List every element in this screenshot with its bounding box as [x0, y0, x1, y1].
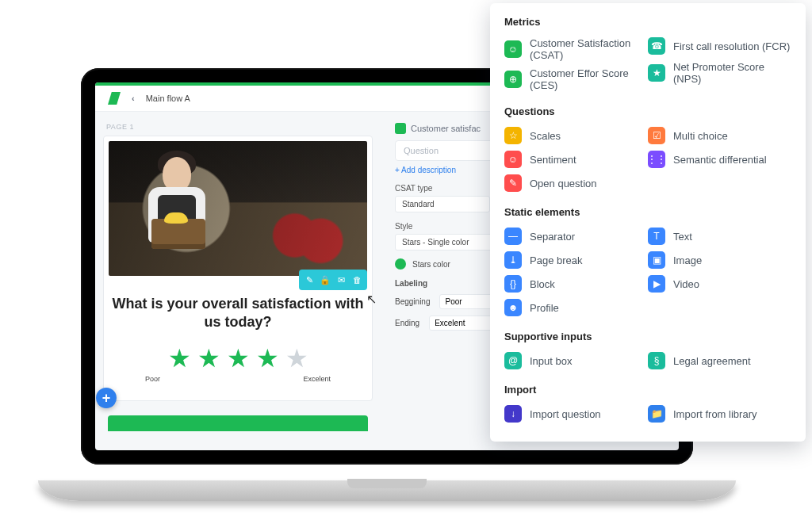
static-item[interactable]: ▣Image: [648, 248, 791, 272]
logo-icon: [108, 92, 121, 105]
star-5[interactable]: ★: [285, 343, 308, 373]
metrics-label: Customer Effor Score (CES): [530, 67, 648, 91]
scale-high-label: Excelent: [303, 375, 331, 383]
scale-labels: Poor Excelent: [112, 373, 364, 383]
static-label: Image: [673, 254, 702, 266]
scale-low-label: Poor: [145, 375, 160, 383]
metrics-label: First call resolution (FCR): [673, 40, 790, 52]
add-question-button[interactable]: +: [96, 388, 117, 408]
static-icon: T: [648, 228, 665, 245]
questions-label: Multi choice: [673, 130, 728, 142]
add-description-link[interactable]: + Add description: [395, 166, 456, 174]
supportive-item[interactable]: §Legal agreement: [648, 349, 791, 373]
static-icon: ▶: [648, 275, 665, 293]
metrics-icon: ☎: [648, 37, 665, 55]
questions-heading: Questions: [504, 105, 791, 117]
supportive-label: Legal agreement: [673, 355, 751, 367]
question-preview-card: ✎ 🔒 ✉ 🗑 ↖ What is your overall satisfact…: [103, 136, 373, 401]
stars-color-swatch[interactable]: [395, 258, 406, 270]
edit-icon[interactable]: ✎: [302, 273, 316, 287]
rating-stars[interactable]: ★ ★ ★ ★ ★: [112, 343, 364, 373]
static-item[interactable]: ☻Profile: [504, 296, 648, 319]
questions-icon: ✎: [504, 174, 522, 192]
lock-icon[interactable]: 🔒: [318, 273, 332, 287]
supportive-heading: Supportive inputs: [504, 331, 791, 342]
static-heading: Static elements: [504, 206, 791, 218]
csat-type-select[interactable]: Standard: [395, 196, 490, 212]
mail-icon[interactable]: ✉: [334, 273, 348, 287]
import-label: Import from library: [673, 408, 756, 420]
static-icon: —: [504, 228, 522, 245]
import-heading: Import: [504, 384, 791, 396]
static-label: Separator: [530, 231, 575, 243]
supportive-item[interactable]: @Input box: [504, 349, 648, 373]
import-item[interactable]: ↓Import question: [504, 402, 648, 426]
static-label: Page break: [530, 254, 583, 266]
metrics-item[interactable]: ☺Customer Satisfaction (CSAT): [504, 34, 648, 64]
questions-icon: ⋮⋮: [648, 151, 665, 168]
cursor-icon: ↖: [366, 292, 377, 307]
questions-item[interactable]: ☺Sentiment: [504, 147, 648, 171]
stars-color-label: Stars color: [412, 260, 450, 269]
star-3[interactable]: ★: [227, 343, 250, 373]
metrics-item[interactable]: ★Net Promoter Score (NPS): [648, 58, 791, 88]
questions-item[interactable]: ✎Open question: [504, 171, 648, 195]
supportive-icon: §: [648, 352, 665, 369]
questions-label: Sentiment: [530, 154, 576, 166]
static-label: Profile: [530, 302, 559, 314]
element-picker-panel: Metrics ☺Customer Satisfaction (CSAT)⊕Cu…: [490, 3, 806, 442]
import-label: Import question: [530, 408, 601, 420]
question-toolbar: ✎ 🔒 ✉ 🗑: [299, 270, 367, 290]
questions-label: Semantic differential: [673, 154, 767, 166]
static-item[interactable]: TText: [648, 224, 791, 248]
metrics-label: Customer Satisfaction (CSAT): [530, 37, 648, 61]
metrics-icon: ⊕: [504, 71, 522, 88]
preview-person-illustration: [131, 151, 226, 270]
star-4[interactable]: ★: [256, 343, 279, 373]
static-label: Block: [530, 278, 555, 290]
preview-image: [109, 141, 367, 276]
metrics-label: Net Promoter Score (NPS): [673, 61, 791, 85]
config-type-name: Customer satisfac: [411, 124, 481, 133]
progress-bar: [108, 415, 368, 431]
static-item[interactable]: ⤓Page break: [504, 248, 648, 272]
questions-item[interactable]: ☆Scales: [504, 124, 648, 147]
metrics-item[interactable]: ⊕Customer Effor Score (CES): [504, 64, 648, 94]
metrics-icon: ★: [648, 64, 665, 82]
static-icon: {}: [504, 275, 522, 293]
static-item[interactable]: —Separator: [504, 224, 648, 248]
metrics-heading: Metrics: [504, 16, 791, 28]
question-text: What is your overall satisfaction with u…: [112, 295, 364, 331]
questions-item[interactable]: ⋮⋮Semantic differential: [648, 147, 791, 171]
breadcrumb-flow-name[interactable]: Main flow A: [146, 94, 190, 103]
star-1[interactable]: ★: [168, 343, 191, 373]
static-icon: ▣: [648, 251, 665, 269]
questions-label: Scales: [530, 130, 561, 142]
ending-label: Ending: [395, 319, 419, 327]
questions-icon: ☺: [504, 151, 522, 168]
csat-icon: [395, 123, 406, 134]
static-icon: ⤓: [504, 251, 522, 269]
questions-icon: ☆: [504, 127, 522, 144]
static-item[interactable]: {}Block: [504, 272, 648, 296]
static-item[interactable]: ▶Video: [648, 272, 791, 296]
supportive-label: Input box: [530, 355, 573, 367]
delete-icon[interactable]: 🗑: [350, 273, 364, 287]
static-label: Video: [673, 278, 699, 290]
star-2[interactable]: ★: [197, 343, 220, 373]
laptop-base: [38, 480, 736, 501]
beginning-label: Beggining: [395, 297, 430, 306]
static-icon: ☻: [504, 299, 522, 316]
page-label: PAGE 1: [106, 123, 370, 131]
metrics-item[interactable]: ☎First call resolution (FCR): [648, 34, 791, 58]
questions-item[interactable]: ☑Multi choice: [648, 124, 791, 147]
import-icon: ↓: [504, 405, 522, 423]
back-button[interactable]: ‹: [132, 94, 135, 103]
import-icon: 📁: [648, 405, 665, 423]
supportive-icon: @: [504, 352, 522, 369]
questions-icon: ☑: [648, 127, 665, 144]
metrics-icon: ☺: [504, 40, 522, 58]
import-item[interactable]: 📁Import from library: [648, 402, 791, 426]
static-label: Text: [673, 231, 692, 243]
questions-label: Open question: [530, 178, 597, 189]
